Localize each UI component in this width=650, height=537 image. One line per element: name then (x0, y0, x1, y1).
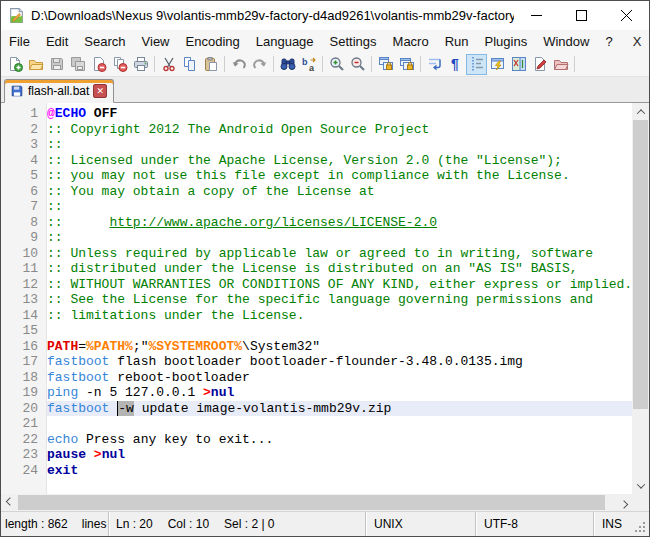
horizontal-scrollbar[interactable] (1, 494, 632, 511)
document-switcher-icon[interactable] (529, 54, 550, 75)
scroll-right-icon[interactable] (615, 494, 632, 511)
vertical-scrollbar[interactable] (632, 103, 649, 494)
line-number: 13 (1, 292, 47, 308)
open-file-icon[interactable] (25, 54, 46, 75)
tab-flash-all-bat[interactable]: flash-all.bat ✕ (4, 79, 114, 103)
editor-pane[interactable]: 1@ECHO OFF2:: Copyright 2012 The Android… (1, 103, 649, 511)
save-icon[interactable] (46, 54, 67, 75)
show-indent-guide-icon[interactable] (466, 54, 487, 75)
menu-item-edit[interactable]: Edit (38, 32, 76, 51)
replace-icon[interactable]: ba (298, 54, 319, 75)
toolbar-separator (371, 56, 372, 72)
code-line[interactable]: 3:: (1, 137, 632, 153)
status-column-number: Col : 10 (168, 517, 209, 531)
menu-item-view[interactable]: View (134, 32, 178, 51)
menu-item-encoding[interactable]: Encoding (178, 32, 248, 51)
code-line[interactable]: 19ping -n 5 127.0.0.1 >nul (1, 385, 632, 401)
status-insert-mode[interactable]: INS (594, 512, 649, 536)
code-line[interactable]: 24exit (1, 463, 632, 479)
code-line[interactable]: 4:: Licensed under the Apache License, V… (1, 153, 632, 169)
document-map-icon[interactable] (508, 54, 529, 75)
sync-horizontal-scrolling-icon[interactable] (396, 54, 417, 75)
code-lines[interactable]: 1@ECHO OFF2:: Copyright 2012 The Android… (1, 103, 632, 494)
undo-icon[interactable] (228, 54, 249, 75)
zoom-in-icon[interactable] (326, 54, 347, 75)
code-line[interactable]: 7:: (1, 199, 632, 215)
resize-grip[interactable] (643, 530, 645, 532)
code-line[interactable]: 5:: you may not use this file except in … (1, 168, 632, 184)
code-line[interactable]: 22echo Press any key to exit... (1, 432, 632, 448)
line-number: 20 (1, 401, 47, 417)
close-all-files-icon[interactable] (109, 54, 130, 75)
code-line[interactable]: 6:: You may obtain a copy of the License… (1, 184, 632, 200)
maximize-button[interactable] (559, 1, 604, 30)
scroll-left-icon[interactable] (1, 494, 18, 511)
menu-item-settings[interactable]: Settings (322, 32, 385, 51)
line-number: 15 (1, 323, 47, 339)
line-number: 14 (1, 308, 47, 324)
close-button[interactable] (604, 1, 649, 30)
save-all-icon[interactable] (67, 54, 88, 75)
code-line[interactable]: 2:: Copyright 2012 The Android Open Sour… (1, 122, 632, 138)
status-encoding: UTF-8 (476, 512, 594, 536)
copy-icon[interactable] (179, 54, 200, 75)
function-list-icon[interactable] (487, 54, 508, 75)
menu-item-[interactable]: ? (597, 32, 620, 51)
code-line[interactable]: 20fastboot -w update image-volantis-mmb2… (1, 401, 632, 417)
scroll-down-icon[interactable] (632, 477, 649, 494)
code-line[interactable]: 1@ECHO OFF (1, 106, 632, 122)
close-file-icon[interactable] (88, 54, 109, 75)
redo-icon[interactable] (249, 54, 270, 75)
status-eol-format: UNIX (366, 512, 476, 536)
menu-item-search[interactable]: Search (76, 32, 133, 51)
horizontal-scrollbar-thumb[interactable] (18, 495, 605, 510)
menu-item-run[interactable]: Run (437, 32, 477, 51)
status-line-number: Ln : 20 (116, 517, 153, 531)
folder-as-workspace-icon[interactable] (550, 54, 571, 75)
menu-item-macro[interactable]: Macro (385, 32, 437, 51)
line-number: 9 (1, 230, 47, 246)
code-line[interactable]: 17fastboot flash bootloader bootloader-f… (1, 354, 632, 370)
code-line[interactable]: 12:: WITHOUT WARRANTIES OR CONDITIONS OF… (1, 277, 632, 293)
code-line[interactable]: 13:: See the License for the specific la… (1, 292, 632, 308)
app-document-icon (8, 7, 25, 24)
menu-item-file[interactable]: File (1, 32, 38, 51)
minimize-button[interactable] (514, 1, 559, 30)
code-line[interactable]: 15 (1, 323, 632, 339)
line-number: 5 (1, 168, 47, 184)
line-number: 17 (1, 354, 47, 370)
menu-item-language[interactable]: Language (248, 32, 322, 51)
scroll-up-icon[interactable] (632, 103, 649, 120)
line-number: 3 (1, 137, 47, 153)
scrollbar-corner (632, 494, 649, 511)
tab-close-icon[interactable]: ✕ (93, 84, 107, 98)
document-close-button[interactable]: X (621, 34, 650, 49)
print-icon[interactable] (130, 54, 151, 75)
code-line[interactable]: 23pause >nul (1, 447, 632, 463)
code-line[interactable]: 11:: distributed under the License is di… (1, 261, 632, 277)
code-line[interactable]: 14:: limitations under the License. (1, 308, 632, 324)
line-number: 19 (1, 385, 47, 401)
menu-item-plugins[interactable]: Plugins (477, 32, 536, 51)
toolbar-separator (154, 56, 155, 72)
sync-vertical-scrolling-icon[interactable] (375, 54, 396, 75)
new-file-icon[interactable] (4, 54, 25, 75)
zoom-out-icon[interactable] (347, 54, 368, 75)
status-cursor-position: Ln : 20 Col : 10 Sel : 2 | 0 (109, 512, 366, 536)
code-line[interactable]: 9:: (1, 230, 632, 246)
line-number: 7 (1, 199, 47, 215)
line-number: 22 (1, 432, 47, 448)
code-line[interactable]: 16PATH=%PATH%;"%SYSTEMROOT%\System32" (1, 339, 632, 355)
word-wrap-icon[interactable] (424, 54, 445, 75)
code-line[interactable]: 18fastboot reboot-bootloader (1, 370, 632, 386)
show-all-characters-icon[interactable]: ¶ (445, 54, 466, 75)
vertical-scrollbar-thumb[interactable] (633, 120, 648, 409)
menu-item-window[interactable]: Window (535, 32, 597, 51)
find-icon[interactable] (277, 54, 298, 75)
code-line[interactable]: 21 (1, 416, 632, 432)
tab-label: flash-all.bat (28, 84, 89, 98)
cut-icon[interactable] (158, 54, 179, 75)
paste-icon[interactable] (200, 54, 221, 75)
code-line[interactable]: 8:: http://www.apache.org/licenses/LICEN… (1, 215, 632, 231)
code-line[interactable]: 10:: Unless required by applicable law o… (1, 246, 632, 262)
